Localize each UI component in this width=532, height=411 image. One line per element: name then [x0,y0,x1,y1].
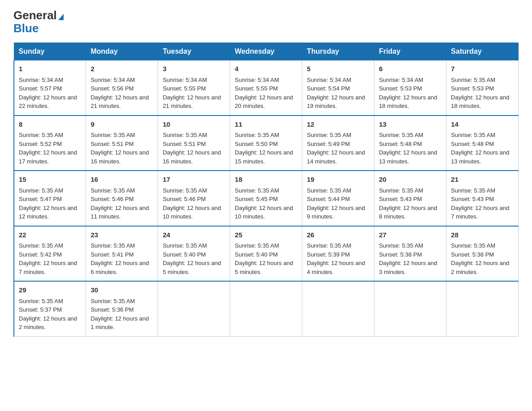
calendar-cell: 30Sunrise: 5:35 AMSunset: 5:36 PMDayligh… [86,281,158,336]
daylight-info: Daylight: 12 hours and 7 minutes. [451,205,509,220]
daylight-info: Daylight: 12 hours and 3 minutes. [379,260,437,275]
daylight-info: Daylight: 12 hours and 7 minutes. [19,260,77,275]
daylight-info: Daylight: 12 hours and 17 minutes. [19,149,77,165]
sunset-info: Sunset: 5:50 PM [235,141,278,147]
day-number: 14 [451,120,514,130]
sunrise-info: Sunrise: 5:35 AM [235,242,279,249]
sunrise-info: Sunrise: 5:35 AM [451,187,495,194]
sunset-info: Sunset: 5:39 PM [307,251,350,258]
sunset-info: Sunset: 5:47 PM [19,196,62,202]
calendar-cell: 13Sunrise: 5:35 AMSunset: 5:48 PMDayligh… [374,116,446,171]
daylight-info: Daylight: 12 hours and 19 minutes. [307,94,365,110]
sunrise-info: Sunrise: 5:34 AM [235,77,279,83]
daylight-info: Daylight: 12 hours and 13 minutes. [451,149,509,165]
daylight-info: Daylight: 12 hours and 15 minutes. [235,149,293,165]
daylight-info: Daylight: 12 hours and 1 minute. [90,315,149,331]
sunrise-info: Sunrise: 5:34 AM [19,77,63,83]
calendar-table: SundayMondayTuesdayWednesdayThursdayFrid… [13,43,519,337]
calendar-cell: 26Sunrise: 5:35 AMSunset: 5:39 PMDayligh… [302,226,374,282]
daylight-info: Daylight: 12 hours and 16 minutes. [90,149,149,165]
sunset-info: Sunset: 5:37 PM [19,306,62,313]
day-number: 2 [90,64,153,74]
day-number: 5 [307,64,369,74]
day-number: 23 [90,230,153,240]
calendar-cell: 1Sunrise: 5:34 AMSunset: 5:57 PMDaylight… [14,60,86,116]
calendar-cell: 16Sunrise: 5:35 AMSunset: 5:46 PMDayligh… [86,171,158,226]
sunrise-info: Sunrise: 5:35 AM [379,242,423,249]
week-row-3: 15Sunrise: 5:35 AMSunset: 5:47 PMDayligh… [14,171,519,226]
calendar-cell: 21Sunrise: 5:35 AMSunset: 5:43 PMDayligh… [446,171,519,226]
sunrise-info: Sunrise: 5:34 AM [90,77,135,83]
sunrise-info: Sunrise: 5:34 AM [307,77,351,83]
sunset-info: Sunset: 5:40 PM [163,251,206,258]
sunset-info: Sunset: 5:43 PM [379,196,422,202]
calendar-cell: 19Sunrise: 5:35 AMSunset: 5:44 PMDayligh… [302,171,374,226]
sunrise-info: Sunrise: 5:35 AM [451,242,495,249]
header-monday: Monday [86,43,158,60]
calendar-cell: 25Sunrise: 5:35 AMSunset: 5:40 PMDayligh… [230,226,302,282]
sunset-info: Sunset: 5:41 PM [90,251,133,258]
calendar-cell: 4Sunrise: 5:34 AMSunset: 5:55 PMDaylight… [230,60,302,116]
week-row-5: 29Sunrise: 5:35 AMSunset: 5:37 PMDayligh… [14,281,519,336]
header-friday: Friday [374,43,446,60]
day-number: 19 [307,175,369,185]
sunset-info: Sunset: 5:53 PM [379,85,422,92]
sunrise-info: Sunrise: 5:35 AM [19,132,63,138]
week-row-4: 22Sunrise: 5:35 AMSunset: 5:42 PMDayligh… [14,226,519,282]
daylight-info: Daylight: 12 hours and 21 minutes. [90,94,149,110]
sunset-info: Sunset: 5:46 PM [163,196,206,202]
calendar-cell: 11Sunrise: 5:35 AMSunset: 5:50 PMDayligh… [230,116,302,171]
calendar-header-row: SundayMondayTuesdayWednesdayThursdayFrid… [14,43,519,60]
sunset-info: Sunset: 5:56 PM [90,85,133,92]
calendar-cell: 8Sunrise: 5:35 AMSunset: 5:52 PMDaylight… [14,116,86,171]
day-number: 10 [163,120,225,130]
sunset-info: Sunset: 5:55 PM [235,85,278,92]
header-tuesday: Tuesday [158,43,230,60]
sunset-info: Sunset: 5:51 PM [163,141,206,147]
sunset-info: Sunset: 5:52 PM [19,141,62,147]
day-number: 12 [307,120,369,130]
sunset-info: Sunset: 5:48 PM [451,141,494,147]
day-number: 11 [235,120,297,130]
sunset-info: Sunset: 5:42 PM [19,251,62,258]
calendar-cell [230,281,302,336]
calendar-cell: 15Sunrise: 5:35 AMSunset: 5:47 PMDayligh… [14,171,86,226]
header-saturday: Saturday [446,43,519,60]
calendar-cell: 14Sunrise: 5:35 AMSunset: 5:48 PMDayligh… [446,116,519,171]
day-number: 21 [451,175,514,185]
daylight-info: Daylight: 12 hours and 10 minutes. [235,205,293,220]
daylight-info: Daylight: 12 hours and 12 minutes. [19,205,77,220]
day-number: 13 [379,120,442,130]
sunrise-info: Sunrise: 5:35 AM [307,187,351,194]
sunrise-info: Sunrise: 5:35 AM [90,298,135,304]
sunset-info: Sunset: 5:51 PM [90,141,133,147]
daylight-info: Daylight: 12 hours and 14 minutes. [307,149,365,165]
daylight-info: Daylight: 12 hours and 6 minutes. [90,260,149,275]
calendar-cell: 18Sunrise: 5:35 AMSunset: 5:45 PMDayligh… [230,171,302,226]
daylight-info: Daylight: 12 hours and 5 minutes. [163,260,221,275]
calendar-cell: 24Sunrise: 5:35 AMSunset: 5:40 PMDayligh… [158,226,230,282]
day-number: 1 [19,64,81,74]
calendar-cell [158,281,230,336]
sunset-info: Sunset: 5:38 PM [379,251,422,258]
day-number: 9 [90,120,153,130]
daylight-info: Daylight: 12 hours and 18 minutes. [451,94,509,110]
calendar-cell: 6Sunrise: 5:34 AMSunset: 5:53 PMDaylight… [374,60,446,116]
daylight-info: Daylight: 12 hours and 4 minutes. [307,260,365,275]
sunset-info: Sunset: 5:54 PM [307,85,350,92]
day-number: 16 [90,175,153,185]
calendar-cell: 27Sunrise: 5:35 AMSunset: 5:38 PMDayligh… [374,226,446,282]
sunrise-info: Sunrise: 5:35 AM [90,242,135,249]
day-number: 3 [163,64,225,74]
sunrise-info: Sunrise: 5:35 AM [379,187,423,194]
calendar-cell: 2Sunrise: 5:34 AMSunset: 5:56 PMDaylight… [86,60,158,116]
sunset-info: Sunset: 5:45 PM [235,196,278,202]
day-number: 25 [235,230,297,240]
day-number: 18 [235,175,297,185]
sunrise-info: Sunrise: 5:35 AM [451,77,495,83]
daylight-info: Daylight: 12 hours and 11 minutes. [90,205,149,220]
day-number: 6 [379,64,442,74]
sunset-info: Sunset: 5:49 PM [307,141,350,147]
calendar-cell: 9Sunrise: 5:35 AMSunset: 5:51 PMDaylight… [86,116,158,171]
calendar-cell: 17Sunrise: 5:35 AMSunset: 5:46 PMDayligh… [158,171,230,226]
